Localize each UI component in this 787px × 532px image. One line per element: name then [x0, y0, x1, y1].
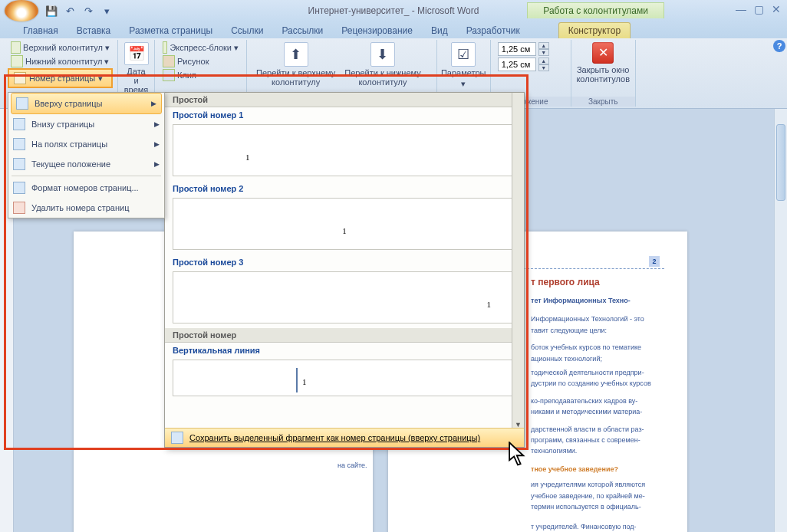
doc-heading: т первого лица — [531, 275, 657, 289]
page-bottom-icon — [13, 118, 25, 130]
chevron-right-icon: ▶ — [154, 160, 160, 168]
params-button[interactable]: ☑ Параметры ▾ — [442, 41, 486, 96]
doc-question: тное учебное заведение? — [531, 465, 657, 475]
menu-remove-numbers[interactable]: Удалить номера страниц — [8, 198, 164, 218]
gallery-scrollbar[interactable]: ▼ — [512, 93, 524, 430]
context-tab-title: Работа с колонтитулами — [527, 2, 664, 18]
menu-top-of-page[interactable]: Вверху страницы▶ — [11, 93, 162, 114]
chevron-right-icon: ▶ — [154, 120, 160, 128]
quickparts-button[interactable]: Экспресс-блоки ▾ — [160, 41, 242, 54]
margin-bottom-input[interactable] — [498, 57, 536, 71]
gallery-item-label: Простой номер 3 — [165, 255, 524, 270]
picture-icon — [163, 55, 175, 67]
gallery-category: Простой — [165, 93, 524, 107]
gallery-item-2[interactable]: 1 — [173, 198, 516, 250]
vertical-scrollbar[interactable] — [774, 109, 787, 532]
save-selection-button[interactable]: Сохранить выделенный фрагмент как номер … — [165, 428, 524, 447]
clip-icon — [163, 69, 175, 81]
gallery-item-3[interactable]: 1 — [173, 271, 516, 323]
gallery-item-label: Простой номер 1 — [165, 107, 524, 123]
sample-number: 1 — [245, 153, 250, 162]
params-icon: ☑ — [451, 42, 476, 67]
tab-design[interactable]: Конструктор — [558, 22, 631, 38]
page-number-icon — [14, 72, 26, 84]
goto-bottom-button[interactable]: ⬇ Перейти к нижнему колонтитулу — [340, 41, 425, 96]
datetime-button[interactable]: 📅 Дата и время — [123, 41, 150, 96]
chevron-right-icon: ▶ — [151, 100, 156, 107]
gallery-item-1[interactable]: 1 — [173, 124, 516, 176]
tab-developer[interactable]: Разработчик — [457, 23, 529, 38]
tab-mailings[interactable]: Рассылки — [272, 23, 332, 38]
undo-icon[interactable]: ↶ — [61, 2, 78, 19]
tab-layout[interactable]: Разметка страницы — [120, 23, 222, 38]
tab-view[interactable]: Вид — [422, 23, 457, 38]
doc-text: тодической деятельности предпри- дустрии… — [531, 367, 657, 389]
menu-format-numbers[interactable]: Формат номеров страниц... — [8, 178, 164, 198]
chevron-right-icon: ▶ — [154, 140, 160, 148]
doc-text: ко-преподавательских кадров ву- никами и… — [531, 396, 657, 418]
doc-text: ия учредителями которой являются учебное… — [531, 479, 657, 512]
office-button[interactable] — [5, 0, 38, 21]
vertical-line-icon — [296, 368, 298, 392]
gallery-item-4[interactable]: 1 — [173, 360, 516, 396]
gallery-category: Простой номер — [165, 328, 524, 343]
doc-text: на сайте. — [338, 461, 367, 469]
quick-access-toolbar: 💾 ↶ ↷ ▾ — [43, 2, 115, 19]
calendar-icon: 📅 — [124, 42, 149, 65]
sample-number: 1 — [487, 300, 492, 309]
minimize-button[interactable]: — — [736, 3, 746, 15]
close-button[interactable]: ✕ — [772, 3, 781, 15]
menu-page-margins[interactable]: На полях страницы▶ — [8, 134, 164, 154]
doc-text: боток учебных курсов по тематике ационны… — [531, 342, 657, 364]
qat-more-icon[interactable]: ▾ — [98, 2, 115, 19]
current-pos-icon — [13, 158, 25, 170]
header-bottom-button[interactable]: Нижний колонтитул ▾ — [8, 54, 113, 68]
page-number-badge: 2 — [649, 256, 660, 267]
format-numbers-icon — [13, 182, 25, 194]
tab-home[interactable]: Главная — [14, 23, 68, 38]
save-icon[interactable]: 💾 — [43, 2, 60, 19]
doc-text: Информационных Технологий - это тавит сл… — [531, 314, 657, 336]
close-header-button[interactable]: ✕ Закрыть окно колонтитулов — [576, 41, 631, 96]
margin-bottom-spinner[interactable]: ▲▼ — [496, 57, 566, 72]
spin-up-icon[interactable]: ▲ — [538, 57, 549, 64]
tab-insert[interactable]: Вставка — [68, 23, 120, 38]
goto-bottom-icon: ⬇ — [370, 42, 395, 67]
scrollbar-thumb[interactable] — [776, 124, 785, 201]
page-number-button[interactable]: Номер страницы ▾ — [8, 68, 113, 88]
tab-review[interactable]: Рецензирование — [332, 23, 422, 38]
header-top-button[interactable]: Верхний колонтитул ▾ — [8, 41, 113, 54]
spin-down-icon[interactable]: ▼ — [538, 49, 549, 56]
window-controls: — ▢ ✕ — [736, 3, 781, 15]
menu-bottom-of-page[interactable]: Внизу страницы▶ — [8, 114, 164, 134]
help-icon[interactable]: ? — [773, 40, 785, 52]
picture-button[interactable]: Рисунок — [160, 54, 242, 68]
goto-top-button[interactable]: ⬆ Перейти к верхнему колонтитулу — [252, 41, 340, 96]
sample-number: 1 — [302, 377, 307, 386]
margin-top-input[interactable] — [498, 42, 536, 56]
redo-icon[interactable]: ↷ — [80, 2, 97, 19]
gallery-item-label: Вертикальная линия — [165, 343, 524, 358]
menu-current-position[interactable]: Текущее положение▶ — [8, 154, 164, 174]
margin-top-spinner[interactable]: ▲▼ — [496, 41, 566, 57]
titlebar: 💾 ↶ ↷ ▾ Интернет-университет_ - Microsof… — [0, 0, 787, 21]
restore-button[interactable]: ▢ — [754, 3, 764, 15]
remove-numbers-icon — [13, 202, 25, 214]
goto-top-icon: ⬆ — [284, 42, 308, 67]
close-x-icon: ✕ — [592, 42, 614, 64]
save-selection-icon — [171, 432, 183, 444]
page-number-gallery: Простой Простой номер 1 1 Простой номер … — [164, 92, 525, 448]
tab-references[interactable]: Ссылки — [222, 23, 272, 38]
quickparts-icon — [163, 41, 167, 54]
header-top-icon — [11, 41, 21, 54]
doc-subheading: тет Информационных Техно- — [531, 295, 657, 306]
spin-down-icon[interactable]: ▼ — [538, 64, 549, 71]
doc-text: т учредителей. Финансовую под- сийских и… — [531, 521, 657, 532]
header-bottom-icon — [11, 55, 23, 67]
clip-button[interactable]: Клип — [160, 68, 242, 82]
doc-text: дарственной власти в области раз- програ… — [531, 424, 657, 457]
sample-number: 1 — [342, 226, 347, 235]
spin-up-icon[interactable]: ▲ — [538, 42, 549, 49]
gallery-item-label: Простой номер 2 — [165, 181, 524, 196]
page-margins-icon — [13, 138, 25, 150]
